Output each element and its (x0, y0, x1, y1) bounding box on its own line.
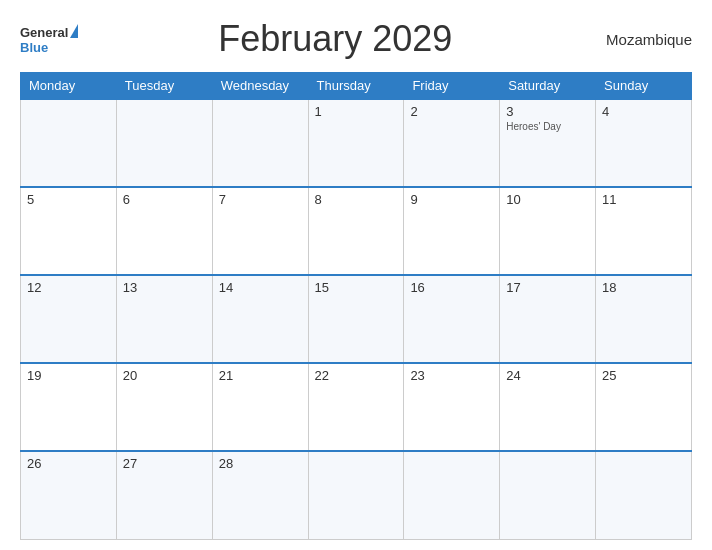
header-wednesday: Wednesday (212, 73, 308, 100)
day-cell: 16 (404, 275, 500, 363)
day-number: 19 (27, 368, 110, 383)
week-row-1: 123Heroes' Day4 (21, 99, 692, 187)
day-cell: 28 (212, 451, 308, 539)
day-cell: 22 (308, 363, 404, 451)
calendar-page: General Blue February 2029 Mozambique Mo… (0, 0, 712, 550)
days-header-row: Monday Tuesday Wednesday Thursday Friday… (21, 73, 692, 100)
day-number: 24 (506, 368, 589, 383)
day-number: 3 (506, 104, 589, 119)
logo-blue-text: Blue (20, 40, 48, 55)
day-cell: 25 (596, 363, 692, 451)
week-row-3: 12131415161718 (21, 275, 692, 363)
day-cell: 20 (116, 363, 212, 451)
day-cell: 21 (212, 363, 308, 451)
day-number: 2 (410, 104, 493, 119)
day-number: 4 (602, 104, 685, 119)
header-saturday: Saturday (500, 73, 596, 100)
logo-general-text: General (20, 25, 68, 40)
day-number: 25 (602, 368, 685, 383)
day-cell: 9 (404, 187, 500, 275)
day-number: 18 (602, 280, 685, 295)
day-cell: 15 (308, 275, 404, 363)
header-tuesday: Tuesday (116, 73, 212, 100)
day-cell: 5 (21, 187, 117, 275)
day-number: 6 (123, 192, 206, 207)
day-number: 5 (27, 192, 110, 207)
day-cell: 27 (116, 451, 212, 539)
holiday-label: Heroes' Day (506, 121, 589, 132)
day-number: 11 (602, 192, 685, 207)
day-number: 22 (315, 368, 398, 383)
logo: General Blue (20, 24, 78, 55)
day-cell: 10 (500, 187, 596, 275)
day-cell: 6 (116, 187, 212, 275)
week-row-2: 567891011 (21, 187, 692, 275)
day-cell: 14 (212, 275, 308, 363)
day-cell: 7 (212, 187, 308, 275)
day-cell (308, 451, 404, 539)
day-cell (21, 99, 117, 187)
calendar-title: February 2029 (78, 18, 592, 60)
day-cell: 12 (21, 275, 117, 363)
day-cell: 11 (596, 187, 692, 275)
day-cell (404, 451, 500, 539)
header-monday: Monday (21, 73, 117, 100)
day-cell: 4 (596, 99, 692, 187)
header-thursday: Thursday (308, 73, 404, 100)
day-number: 26 (27, 456, 110, 471)
day-number: 15 (315, 280, 398, 295)
day-number: 7 (219, 192, 302, 207)
day-cell: 2 (404, 99, 500, 187)
day-number: 9 (410, 192, 493, 207)
day-cell: 18 (596, 275, 692, 363)
header-friday: Friday (404, 73, 500, 100)
day-cell: 17 (500, 275, 596, 363)
day-cell: 19 (21, 363, 117, 451)
header-sunday: Sunday (596, 73, 692, 100)
calendar-table: Monday Tuesday Wednesday Thursday Friday… (20, 72, 692, 540)
day-cell: 1 (308, 99, 404, 187)
day-cell: 13 (116, 275, 212, 363)
country-label: Mozambique (592, 31, 692, 48)
day-cell (116, 99, 212, 187)
day-cell: 26 (21, 451, 117, 539)
header: General Blue February 2029 Mozambique (20, 18, 692, 60)
day-cell: 24 (500, 363, 596, 451)
day-number: 21 (219, 368, 302, 383)
day-number: 13 (123, 280, 206, 295)
day-number: 14 (219, 280, 302, 295)
day-number: 12 (27, 280, 110, 295)
week-row-5: 262728 (21, 451, 692, 539)
day-number: 16 (410, 280, 493, 295)
day-number: 23 (410, 368, 493, 383)
week-row-4: 19202122232425 (21, 363, 692, 451)
day-number: 17 (506, 280, 589, 295)
day-number: 27 (123, 456, 206, 471)
logo-triangle-icon (70, 24, 78, 38)
day-number: 8 (315, 192, 398, 207)
day-cell: 8 (308, 187, 404, 275)
day-number: 28 (219, 456, 302, 471)
day-cell (500, 451, 596, 539)
day-cell (212, 99, 308, 187)
day-number: 10 (506, 192, 589, 207)
day-cell: 23 (404, 363, 500, 451)
day-number: 1 (315, 104, 398, 119)
day-cell: 3Heroes' Day (500, 99, 596, 187)
day-cell (596, 451, 692, 539)
day-number: 20 (123, 368, 206, 383)
